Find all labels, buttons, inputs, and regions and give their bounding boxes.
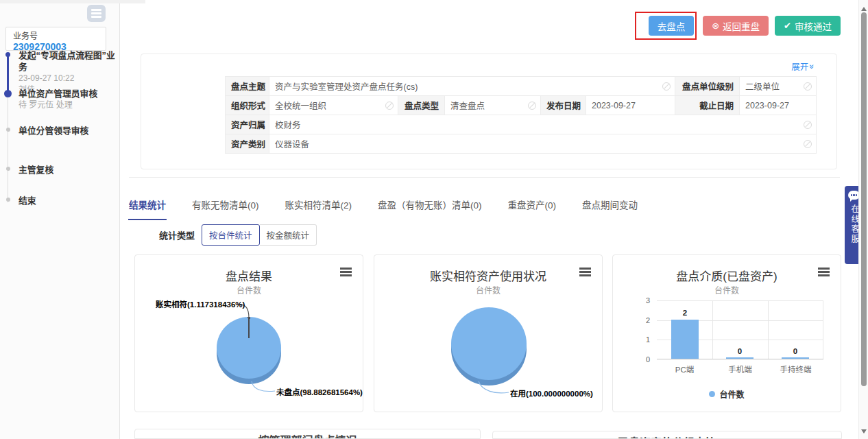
tab-book-no-item[interactable]: 有账无物清单(0) <box>192 198 259 220</box>
pie-usage-status <box>451 307 527 380</box>
tab-matched-list[interactable]: 账实相符清单(2) <box>285 198 352 220</box>
chart-subtitle: 台件数 <box>613 284 841 296</box>
pie-slice-label: 在用(100.000000000%) <box>510 388 593 399</box>
highlight-box: 去盘点 <box>635 12 697 40</box>
tab-surplus-list[interactable]: 盘盈（有物无账）清单(0) <box>378 198 482 220</box>
workflow-step-leader-review: 单位分管领导审核 <box>5 125 118 137</box>
chart-menu-icon[interactable] <box>579 268 591 276</box>
field-label: 资产类别 <box>226 134 269 154</box>
field-label: 盘点类型 <box>398 96 445 115</box>
step-title: 单位资产管理员审核 <box>19 88 118 99</box>
chart-subtitle: 台件数 <box>135 284 363 296</box>
business-number-card: 业务号 2309270003 <box>5 27 106 51</box>
step-dot-icon <box>6 198 10 202</box>
scroll-up-icon[interactable] <box>861 4 867 11</box>
disabled-icon <box>804 140 812 148</box>
result-tabs: 结果统计 有账无物清单(0) 账实相符清单(2) 盘盈（有物无账）清单(0) 重… <box>129 198 638 220</box>
field-value: 二级单位 <box>740 77 817 96</box>
disabled-icon <box>662 82 671 91</box>
tab-recount-assets[interactable]: 重盘资产(0) <box>508 198 557 220</box>
chart-menu-icon[interactable] <box>818 268 830 276</box>
workflow-sidebar: 业务号 2309270003 发起“专项盘点流程图”业务 23-09-27 10… <box>0 0 120 439</box>
step-title: 主管复核 <box>19 164 118 176</box>
step-title: 结束 <box>19 195 118 206</box>
circle-x-icon: ⊗ <box>712 21 719 30</box>
field-value: 2023-09-27 <box>740 96 817 115</box>
bar-value-label: 0 <box>726 347 754 355</box>
field-value: 校财务 <box>269 115 817 134</box>
chart-card-inventory-medium: 盘点介质(已盘资产) 台件数 3 2 1 0 2 0 0 PC端 手机端 手持终… <box>612 254 841 412</box>
pie-inventory-result <box>217 317 281 379</box>
pie-slice-label: 账实相符(1.117318436%) <box>156 298 245 309</box>
chart-card-matched-usage: 账实相符资产使用状况 台件数 在用(100.000000000%) <box>374 254 603 412</box>
chart-legend[interactable]: 台件数 <box>613 388 841 400</box>
bar-mobile <box>726 357 754 359</box>
chart-card-bottom-left: 按管理部门盘点情况 <box>134 429 481 439</box>
disabled-icon <box>385 102 394 110</box>
chart-card-bottom-right: 已盘资产的分组占比 <box>492 431 842 439</box>
workflow-step-supervisor-recheck: 主管复核 <box>5 164 118 176</box>
field-label: 发布日期 <box>541 96 586 115</box>
online-support-label: 在线客服 <box>849 204 860 244</box>
field-label: 资产归属 <box>226 115 269 134</box>
detail-table: 盘点主题 资产与实验室管理处资产盘点任务(cs) 盘点单位级别 二级单位 组织形… <box>225 76 817 154</box>
x-category-label: 手机端 <box>712 364 768 375</box>
step-dot-icon <box>6 167 10 171</box>
chart-subtitle: 台件数 <box>374 284 602 296</box>
bar-plot-area: 2 0 0 <box>657 300 823 359</box>
bar-value-label: 0 <box>782 347 809 355</box>
chart-title: 盘点介质(已盘资产) <box>613 267 841 284</box>
return-recount-button[interactable]: ⊗ 返回重盘 <box>703 16 769 36</box>
chevron-down-icon: » <box>808 64 817 69</box>
step-dot-icon <box>6 128 10 132</box>
bar-value-label: 2 <box>671 309 699 317</box>
expand-link[interactable]: 展开 » <box>791 60 815 73</box>
chart-title: 盘点结果 <box>135 267 363 284</box>
y-tick: 0 <box>639 355 650 364</box>
disabled-icon <box>804 82 812 91</box>
chart-title: 按管理部门盘点情况 <box>135 431 480 439</box>
scroll-down-icon[interactable] <box>861 429 867 436</box>
legend-marker-icon <box>709 391 715 397</box>
field-value: 资产与实验室管理处资产盘点任务(cs) <box>269 77 675 96</box>
scrollbar-thumb[interactable] <box>861 12 867 386</box>
page-scrollbar[interactable] <box>858 0 868 439</box>
table-row: 资产归属 校财务 <box>226 115 817 134</box>
x-category-label: 手持终端 <box>768 364 823 375</box>
tab-result-stats[interactable]: 结果统计 <box>129 198 166 220</box>
sidebar-toggle-button[interactable] <box>87 5 106 22</box>
stat-by-amount-button[interactable]: 按金额统计 <box>260 224 317 246</box>
workflow-step-manager-review: 单位资产管理员审核 待 罗元伍 处理 <box>5 88 118 111</box>
chart-title: 已盘资产的分组占比 <box>493 434 841 439</box>
go-inventory-button[interactable]: 去盘点 <box>649 16 695 36</box>
action-toolbar: 去盘点 ⊗ 返回重盘 ✔ 审核通过 <box>635 12 841 40</box>
chart-menu-icon[interactable] <box>340 268 352 276</box>
tab-period-changes[interactable]: 盘点期间变动 <box>582 198 638 220</box>
inventory-detail-card: 展开 » 盘点主题 资产与实验室管理处资产盘点任务(cs) 盘点单位级别 二级单… <box>141 54 837 169</box>
bar-pc <box>671 320 699 359</box>
check-icon: ✔ <box>784 21 791 30</box>
bar-handheld <box>782 357 809 359</box>
field-value: 清查盘点 <box>445 96 541 115</box>
return-recount-label: 返回重盘 <box>723 19 760 33</box>
field-label: 盘点主题 <box>226 77 269 96</box>
step-time: 23-09-27 10:22 <box>19 73 118 84</box>
stat-type-label: 统计类型 <box>159 228 195 241</box>
step-pending-handler: 待 罗元伍 处理 <box>19 99 118 111</box>
chart-card-inventory-result: 盘点结果 台件数 账实相符(1.117318436%) 未盘点(98.88268… <box>134 254 363 412</box>
y-tick: 2 <box>639 316 650 324</box>
field-value: 全校统一组织 <box>269 96 398 115</box>
expand-label: 展开 <box>791 60 808 73</box>
stat-by-unit-button[interactable]: 按台件统计 <box>202 224 260 246</box>
section-divider <box>129 177 840 178</box>
step-title: 单位分管领导审核 <box>19 125 118 137</box>
approve-button[interactable]: ✔ 审核通过 <box>775 16 841 36</box>
y-tick: 3 <box>639 296 650 305</box>
stat-type-row: 统计类型 按台件统计 按金额统计 <box>159 224 317 246</box>
disabled-icon <box>804 121 812 129</box>
table-row: 组织形式 全校统一组织 盘点类型 清查盘点 发布日期 2023-09-27 截止… <box>226 96 817 115</box>
approve-label: 审核通过 <box>795 19 832 33</box>
field-value: 2023-09-27 <box>586 96 675 115</box>
table-row: 盘点主题 资产与实验室管理处资产盘点任务(cs) 盘点单位级别 二级单位 <box>226 77 817 96</box>
pie-slice-label: 未盘点(98.882681564%) <box>276 386 363 397</box>
